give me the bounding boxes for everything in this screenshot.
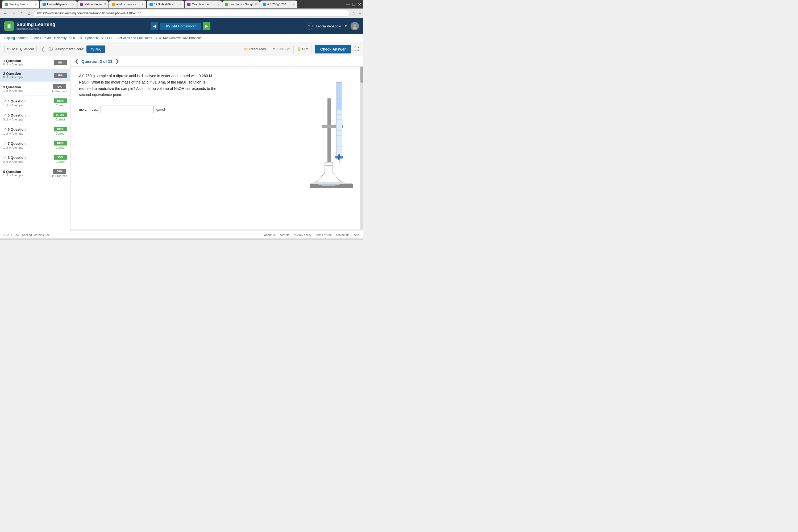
scroll-thumb[interactable] (360, 67, 363, 83)
question-item-9[interactable]: 9 Question 1 of ∞ Attempts 60% In Progre… (0, 166, 70, 180)
toolbar-divider-2 (293, 45, 294, 53)
resources-button[interactable]: 📁 Resources (244, 47, 266, 51)
q7-status: Correct (54, 146, 67, 149)
browser-window-controls: — ❐ ✕ (346, 2, 361, 7)
footer-terms[interactable]: terms of use (316, 233, 332, 236)
q7-info: ✓ 7 Question 1 of ∞ Attempts (3, 141, 52, 149)
svg-point-1 (354, 24, 356, 26)
question-text: A 0.760 g sample of a diprotic acid is d… (79, 73, 217, 98)
q3-attempts: 1 of ∞ Attempts (3, 89, 50, 92)
flask-neck (325, 162, 333, 166)
address-input[interactable] (34, 10, 350, 17)
tab-sapling[interactable]: Sapling Learning | × (2, 1, 39, 8)
tab-close-google[interactable]: × (255, 2, 257, 6)
restore-button[interactable]: ❐ (352, 2, 356, 6)
tab-close-yahoo[interactable]: × (104, 2, 106, 6)
q1-name: 1 Question (3, 59, 52, 63)
tab-yahoo[interactable]: Yahoo - login × (77, 1, 109, 8)
q5-attempts: 3 of ∞ Attempts (3, 118, 51, 121)
q9-name: 9 Question (3, 170, 50, 174)
user-name[interactable]: Leticia Venancio (316, 24, 341, 28)
hw-title-button[interactable]: HW 14A Homework# (160, 23, 201, 30)
content-area: ❮ Question 2 of 13 ❯ A 0.760 g sample of… (71, 56, 363, 231)
q4-status: Correct (54, 104, 67, 107)
new-tab-button[interactable]: + (298, 4, 300, 8)
tab-close-sapling2[interactable]: × (292, 2, 294, 6)
tab-close-17-3[interactable]: × (179, 2, 182, 6)
more-icon[interactable]: ⋯ (358, 11, 361, 15)
question-next-button[interactable]: ❯ (115, 58, 119, 64)
tab-close-acid[interactable]: × (142, 2, 144, 6)
question-item-8[interactable]: ✓ 8 Question 2 of ∞ Attempts 99% Correct (0, 152, 70, 166)
help-button[interactable]: ? (306, 23, 312, 30)
question-item-2[interactable]: 2 Question 0 of ∞ Attempts 0% (0, 69, 70, 82)
tab-close-calcph[interactable]: × (217, 2, 219, 6)
footer-help[interactable]: help (354, 233, 359, 236)
close-window-button[interactable]: ✕ (358, 2, 361, 7)
q7-name: 7 Question (8, 141, 25, 146)
tab-icon-sapling (5, 3, 8, 6)
hw-prev-button[interactable]: ◀ (151, 22, 158, 30)
bookmark-icon[interactable]: ☆ (352, 11, 355, 15)
q8-name-row: ✓ 8 Question (3, 155, 52, 160)
tab-calcph[interactable]: Calculate the pH o × (185, 1, 222, 8)
breadcrumb-activities[interactable]: Activities and Due Dates (117, 36, 152, 40)
forward-button[interactable]: → (11, 11, 17, 16)
tab-close-sapling[interactable]: × (35, 2, 37, 6)
tab-google[interactable]: calculator - Googl × (222, 1, 259, 8)
q5-name-row: ✓ 5 Question (3, 113, 51, 118)
hint-button[interactable]: 💡 Hint (297, 47, 308, 51)
flag-icon: ⚑ (272, 47, 276, 51)
breadcrumb-sapling[interactable]: Sapling Learning (4, 36, 28, 40)
breadcrumb-university[interactable]: Lenoir-Rhyne University - CHE 104 - Spri… (33, 36, 113, 40)
tab-lenoir[interactable]: Lenoir-Rhyne N... × (40, 1, 77, 8)
answer-label: molar mass: (79, 108, 98, 111)
question-item-5[interactable]: ✓ 5 Question 3 of ∞ Attempts 99.3% Corre… (0, 110, 70, 124)
question-item-7[interactable]: ✓ 7 Question 1 of ∞ Attempts 100% Correc… (0, 138, 70, 152)
avatar-icon (352, 23, 358, 29)
giveup-button[interactable]: ⚑ Give Up! (272, 47, 290, 51)
question-item-1[interactable]: 1 Question 0 of ∞ Attempts 0% (0, 56, 70, 69)
q4-attempts: 1 of ∞ Attempts (3, 104, 52, 107)
sidebar-toggle-arrow[interactable]: ❮ (41, 46, 44, 52)
q2-name: 2 Question (3, 72, 52, 76)
collapse-sidebar-button[interactable]: ≡ 2 of 13 Questions (4, 46, 37, 52)
q3-status-area: 0% In Progress (52, 84, 67, 93)
footer-privacy[interactable]: privacy policy (294, 233, 311, 236)
tab-17-3[interactable]: 17.3: Acid-Base Tit × (147, 1, 184, 8)
q3-info: 3 Question 1 of ∞ Attempts (3, 85, 50, 92)
molar-mass-input[interactable] (100, 106, 154, 113)
tab-close-lenoir[interactable]: × (72, 2, 74, 6)
check-answer-button[interactable]: Check Answer (315, 45, 351, 54)
question-item-3[interactable]: 3 Question 1 of ∞ Attempts 0% In Progres… (0, 82, 70, 96)
q4-badge: 100% (54, 98, 67, 103)
browser-chrome: Sapling Learning | × Lenoir-Rhyne N... ×… (0, 0, 363, 8)
q9-badge: 60% (53, 169, 66, 174)
back-button[interactable]: ← (2, 11, 8, 16)
burette-tip (339, 158, 340, 165)
scroll-handle[interactable] (360, 66, 363, 229)
sapling-leaf-icon (6, 23, 12, 29)
q6-name: 6 Question (8, 128, 25, 131)
footer-about[interactable]: about us (264, 233, 276, 236)
minimize-button[interactable]: — (346, 2, 350, 6)
footer-careers[interactable]: careers (280, 233, 290, 236)
home-button[interactable]: ⌂ (27, 11, 32, 16)
q5-status-area: 99.3% Correct (54, 113, 67, 121)
fullscreen-button[interactable]: ⛶ (354, 46, 359, 52)
q8-status-area: 99% Correct (54, 155, 67, 163)
footer-contact[interactable]: contact us (336, 233, 349, 236)
q6-info: ✓ 6 Question 1 of ∞ Attempts (3, 127, 52, 135)
tab-sapling2[interactable]: A 0.760g0.760 gsa × (260, 1, 298, 8)
logo-icon (4, 21, 14, 31)
q7-name-row: ✓ 7 Question (3, 141, 52, 146)
question-item-6[interactable]: ✓ 6 Question 1 of ∞ Attempts 100% Correc… (0, 124, 70, 138)
question-item-4[interactable]: ✓ 4 Question 1 of ∞ Attempts 100% Correc… (0, 96, 70, 110)
toolbar: ≡ 2 of 13 Questions ❮ ⓘ Assignment Score… (0, 42, 363, 56)
tab-acid[interactable]: acid or base calcul × (109, 1, 146, 8)
question-nav: ❮ Question 2 of 13 ❯ (71, 56, 363, 66)
user-dropdown-icon[interactable]: ▼ (344, 24, 347, 28)
hw-next-button[interactable]: ▶ (203, 22, 210, 30)
reload-button[interactable]: ↻ (19, 10, 25, 16)
question-prev-button[interactable]: ❮ (75, 58, 79, 64)
